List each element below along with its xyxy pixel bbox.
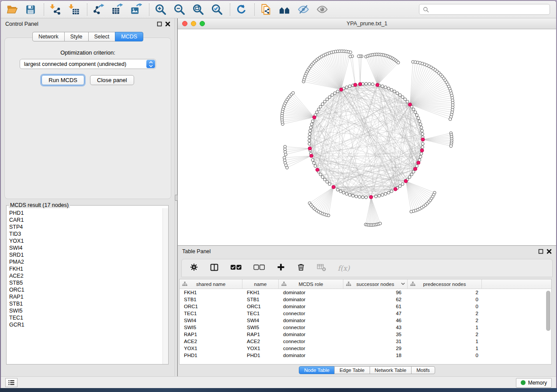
table-cell: PHD1 xyxy=(242,352,279,359)
table-row[interactable]: SWI4SWI4dominator462 xyxy=(180,317,551,324)
close-panel-icon[interactable] xyxy=(165,21,170,27)
table-tab-edge-table[interactable]: Edge Table xyxy=(334,366,370,374)
mcds-result-item[interactable]: FKH1 xyxy=(9,265,168,272)
node-table[interactable]: shared namenameMCDS rolesuccessor nodesp… xyxy=(179,279,552,364)
search-input[interactable] xyxy=(432,7,546,13)
table-tab-motifs[interactable]: Motifs xyxy=(411,366,435,374)
mcds-result-item[interactable]: SRD1 xyxy=(9,251,168,258)
refresh-icon[interactable] xyxy=(235,3,248,16)
column-header-MCDS-role[interactable]: MCDS role xyxy=(279,279,343,289)
table-tab-network-table[interactable]: Network Table xyxy=(370,366,412,374)
table-row[interactable]: PHD1PHD1dominator180 xyxy=(180,352,551,359)
zoom-fit-icon[interactable] xyxy=(191,3,204,16)
mcds-result-title: MCDS result (17 nodes) xyxy=(9,202,70,208)
mcds-result-item[interactable]: ORC1 xyxy=(9,286,168,293)
mcds-result-item[interactable]: STB1 xyxy=(9,300,168,307)
table-row[interactable]: SWI5SWI5connector431 xyxy=(180,324,551,331)
toolbar-divider xyxy=(44,3,44,16)
run-mcds-button[interactable]: Run MCDS xyxy=(42,75,84,85)
table-row[interactable]: YOX1YOX1connector291 xyxy=(180,345,551,352)
column-header-name[interactable]: name xyxy=(242,279,279,289)
import-table-icon[interactable] xyxy=(67,3,80,16)
tab-style[interactable]: Style xyxy=(64,32,89,41)
table-cell: ACE2 xyxy=(242,338,279,345)
export-image-icon[interactable] xyxy=(129,3,142,16)
network-canvas[interactable] xyxy=(178,29,556,245)
tab-select[interactable]: Select xyxy=(88,32,116,41)
mcds-list-scrollbar[interactable] xyxy=(163,208,168,364)
export-table-icon[interactable] xyxy=(111,3,124,16)
mcds-result-item[interactable]: PMA2 xyxy=(9,258,168,265)
table-cell: 46 xyxy=(343,317,408,324)
mcds-result-list[interactable]: PHD1CAR1STP4TID3YOX1SWI4SRD1PMA2FKH1ACE2… xyxy=(7,208,168,364)
table-scrollbar[interactable] xyxy=(546,291,550,331)
import-network-icon[interactable] xyxy=(48,3,62,16)
mcds-result-item[interactable]: ACE2 xyxy=(9,272,168,279)
mcds-result-item[interactable]: GCR1 xyxy=(9,321,168,328)
table-cell: 1 xyxy=(408,324,482,331)
toolbar-divider xyxy=(87,3,87,16)
mcds-result-item[interactable]: TID3 xyxy=(9,230,168,237)
mcds-result-item[interactable]: STP4 xyxy=(9,224,168,230)
table-tab-node-table[interactable]: Node Table xyxy=(299,366,335,374)
column-header-successor-nodes[interactable]: successor nodes xyxy=(343,279,408,289)
table-cell: connector xyxy=(279,345,343,352)
show-hide-details-icon[interactable] xyxy=(315,3,329,16)
table-row[interactable]: FKH1FKH1dominator962 xyxy=(180,289,551,296)
table-cell: 31 xyxy=(343,338,408,345)
table-row[interactable]: TEC1TEC1connector472 xyxy=(180,310,551,317)
memory-button[interactable]: Memory xyxy=(516,378,552,388)
mcds-result-item[interactable]: PHD1 xyxy=(9,210,168,217)
tab-network[interactable]: Network xyxy=(32,32,65,41)
table-cell: dominator xyxy=(279,289,343,296)
table-body: FKH1FKH1dominator962STB1STB1dominator620… xyxy=(180,289,551,359)
table-row[interactable]: RAP1RAP1dominator352 xyxy=(180,331,551,338)
mcds-result-item[interactable]: RAP1 xyxy=(9,293,168,300)
select-all-icon[interactable] xyxy=(230,264,242,272)
tab-mcds[interactable]: MCDS xyxy=(115,32,143,41)
mcds-result-item[interactable]: CAR1 xyxy=(9,217,168,224)
zoom-selected-icon[interactable] xyxy=(210,3,223,16)
mcds-result-item[interactable]: SWI5 xyxy=(9,307,168,314)
network-window-title: YPA_prune.txt_1 xyxy=(178,21,556,27)
split-column-icon[interactable] xyxy=(210,263,219,274)
graphics-details-icon[interactable] xyxy=(297,3,310,16)
splitter-grip-icon[interactable] xyxy=(175,195,178,201)
function-builder-icon[interactable]: f(x) xyxy=(338,264,349,272)
float-window-icon[interactable] xyxy=(538,249,543,254)
close-panel-button[interactable]: Close panel xyxy=(90,75,134,85)
mcds-result-item[interactable]: STB5 xyxy=(9,279,168,286)
mcds-result-item[interactable]: TEC1 xyxy=(9,314,168,321)
delete-icon[interactable] xyxy=(297,263,305,273)
column-header-predecessor-nodes[interactable]: predecessor nodes xyxy=(408,279,482,289)
open-session-icon[interactable] xyxy=(5,3,18,16)
toolbar-divider xyxy=(149,3,149,16)
first-neighbors-icon[interactable] xyxy=(278,3,291,16)
zoom-out-icon[interactable] xyxy=(173,3,186,16)
search-box[interactable] xyxy=(419,4,550,15)
export-network-icon[interactable] xyxy=(92,3,105,16)
criterion-select[interactable]: largest connected component (undirected) xyxy=(20,59,156,69)
add-column-icon[interactable] xyxy=(277,263,285,273)
table-row[interactable]: ACE2ACE2connector311 xyxy=(180,338,551,345)
mcds-result-item[interactable]: SWI4 xyxy=(9,244,168,251)
mcds-result-item[interactable]: YOX1 xyxy=(9,237,168,244)
list-icon xyxy=(8,379,15,386)
zoom-in-icon[interactable] xyxy=(154,3,167,16)
table-cell: 0 xyxy=(408,352,482,359)
delete-table-icon[interactable] xyxy=(317,263,326,273)
table-row[interactable]: ORC1ORC1dominator610 xyxy=(180,303,551,310)
table-row[interactable]: STB1STB1dominator620 xyxy=(180,296,551,303)
column-header-shared-name[interactable]: shared name xyxy=(180,279,242,289)
table-cell: YOX1 xyxy=(242,345,279,352)
deselect-all-icon[interactable] xyxy=(253,264,265,272)
network-window-titlebar[interactable]: YPA_prune.txt_1 xyxy=(178,18,556,29)
float-window-icon[interactable] xyxy=(157,21,162,27)
gear-icon[interactable] xyxy=(190,263,198,273)
task-history-button[interactable] xyxy=(5,378,17,387)
save-session-icon[interactable] xyxy=(24,3,37,16)
new-network-from-selection-icon[interactable] xyxy=(259,3,272,16)
close-panel-icon[interactable] xyxy=(547,249,552,254)
table-cell: STB1 xyxy=(180,296,242,303)
network-view-window: YPA_prune.txt_1 xyxy=(177,18,556,245)
